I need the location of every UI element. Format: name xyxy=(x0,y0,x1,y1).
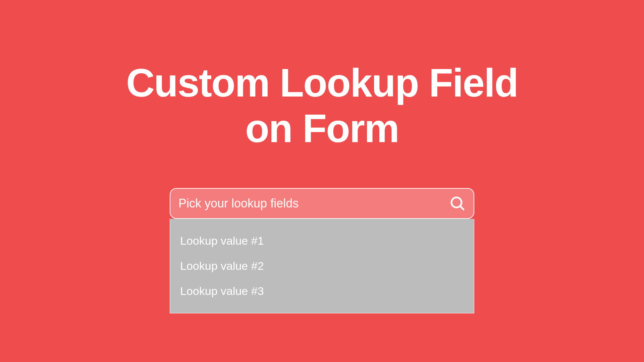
title-line-2: on Form xyxy=(245,106,399,150)
lookup-input[interactable]: Pick your lookup fields xyxy=(170,188,474,219)
title-line-1: Custom Lookup Field xyxy=(126,61,518,105)
lookup-field: Pick your lookup fields Lookup value #1 … xyxy=(170,188,474,313)
svg-line-1 xyxy=(460,206,464,209)
lookup-dropdown: Lookup value #1 Lookup value #2 Lookup v… xyxy=(170,219,474,313)
page-title: Custom Lookup Field on Form xyxy=(126,60,518,151)
dropdown-option[interactable]: Lookup value #2 xyxy=(170,253,474,279)
search-icon[interactable] xyxy=(449,195,466,212)
lookup-placeholder: Pick your lookup fields xyxy=(178,196,299,210)
dropdown-option[interactable]: Lookup value #1 xyxy=(170,228,474,253)
dropdown-option[interactable]: Lookup value #3 xyxy=(170,279,474,304)
